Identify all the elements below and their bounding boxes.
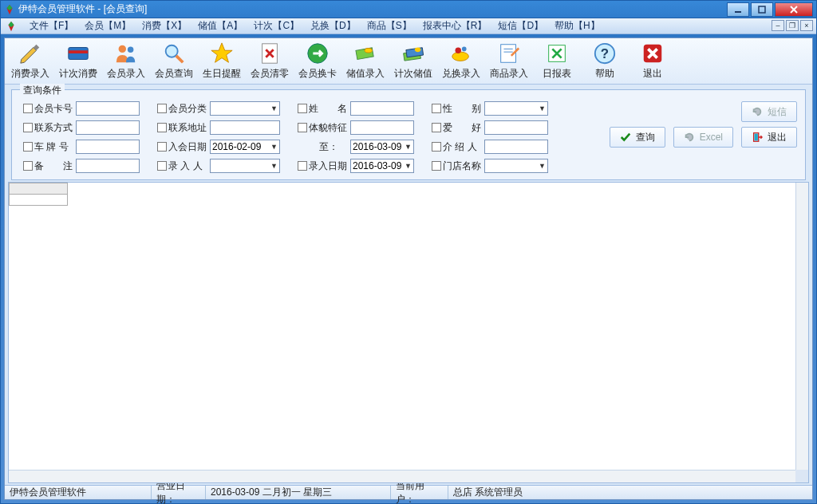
close-button[interactable] (775, 2, 813, 17)
filter-name-input[interactable] (350, 101, 414, 116)
query-button[interactable]: 查询 (610, 127, 665, 148)
filter-joindate-label[interactable]: 入会日期 (157, 140, 207, 154)
excel-button[interactable]: Excel (673, 127, 733, 148)
check-icon (620, 132, 631, 143)
tool-count-consume[interactable]: 计次消费 (56, 40, 101, 83)
svg-point-13 (365, 48, 372, 53)
menu-report[interactable]: 报表中心【R】 (423, 19, 487, 33)
checkbox-icon[interactable] (157, 123, 167, 132)
filter-address-input[interactable] (210, 120, 280, 135)
filter-name-label[interactable]: 姓 名 (298, 102, 347, 116)
tool-exchange-entry[interactable]: 兑换录入 (439, 40, 483, 83)
checkbox-icon[interactable] (23, 123, 33, 132)
filter-cardno-label[interactable]: 会员卡号 (23, 102, 73, 116)
filter-operator-label[interactable]: 录 入 人 (157, 159, 207, 173)
search-icon (162, 41, 186, 65)
grid-header-cell[interactable] (10, 183, 68, 195)
tool-exit[interactable]: 退出 (630, 40, 675, 83)
filter-gender-label[interactable]: 性 别 (432, 102, 481, 116)
menu-file[interactable]: 文件【F】 (30, 19, 73, 33)
filter-contact-label[interactable]: 联系方式 (23, 121, 73, 135)
filter-referrer-input[interactable] (484, 140, 548, 154)
statusbar: 伊特会员管理软件 营业日期： 2016-03-09 二月初一 星期三 当前用户：… (5, 485, 812, 499)
checkbox-icon[interactable] (432, 142, 441, 152)
filter-contact-input[interactable] (76, 120, 140, 135)
checkbox-icon[interactable] (23, 161, 33, 171)
refresh-icon (752, 106, 763, 117)
menu-member[interactable]: 会员【M】 (85, 19, 131, 33)
menu-help[interactable]: 帮助【H】 (555, 19, 600, 33)
filter-hobby-input[interactable] (484, 120, 548, 135)
mdi-close[interactable]: × (800, 20, 813, 31)
filter-address-label[interactable]: 联系地址 (157, 121, 207, 135)
checkbox-icon[interactable] (157, 104, 167, 113)
maximize-button[interactable] (751, 2, 773, 17)
menu-count[interactable]: 计次【C】 (254, 19, 299, 33)
tool-goods-entry[interactable]: 商品录入 (487, 40, 531, 83)
svg-rect-1 (759, 6, 765, 13)
edit-icon (497, 41, 521, 65)
exit-button[interactable]: 退出 (741, 127, 797, 148)
tool-consume-entry[interactable]: 消费录入 (8, 40, 53, 83)
grid-cell[interactable] (10, 195, 68, 206)
checkbox-icon[interactable] (23, 142, 33, 152)
refresh-icon (684, 132, 695, 143)
filter-joindate-to[interactable]: 2016-03-09▼ (350, 140, 414, 154)
checkbox-icon[interactable] (432, 104, 441, 113)
checkbox-icon[interactable] (298, 123, 307, 132)
filter-appearance-label[interactable]: 体貌特征 (298, 121, 347, 135)
filter-store-label[interactable]: 门店名称 (432, 159, 481, 173)
filter-category-select[interactable]: ▼ (210, 101, 280, 116)
status-user-label: 当前用户： (391, 486, 448, 499)
menu-goods[interactable]: 商品【S】 (367, 19, 412, 33)
mdi-restore[interactable]: ❐ (786, 20, 799, 31)
mdi-minimize[interactable]: – (772, 20, 784, 31)
tool-member-clear[interactable]: 会员清零 (247, 40, 292, 83)
checkbox-icon[interactable] (298, 104, 307, 113)
filter-entrydate-label[interactable]: 录入日期 (298, 159, 347, 173)
filter-plate-input[interactable] (76, 140, 140, 154)
pen-icon (18, 41, 42, 65)
minimize-button[interactable] (727, 2, 749, 17)
filter-appearance-input[interactable] (350, 120, 414, 135)
tool-member-swap[interactable]: 会员换卡 (295, 40, 340, 83)
tool-help[interactable]: ? 帮助 (582, 40, 627, 83)
scrollbar-vertical[interactable] (795, 183, 808, 470)
filter-joindate-from[interactable]: 2016-02-09▼ (210, 140, 280, 154)
tool-count-recharge[interactable]: 计次储值 (391, 40, 436, 83)
star-icon (210, 41, 234, 65)
svg-point-6 (119, 45, 126, 53)
filter-cardno-input[interactable] (76, 101, 140, 116)
tool-member-query[interactable]: 会员查询 (152, 40, 196, 83)
tool-recharge-entry[interactable]: 储值录入 (343, 40, 388, 83)
tool-member-entry[interactable]: 会员录入 (104, 40, 148, 83)
checkbox-icon[interactable] (298, 161, 307, 171)
filter-referrer-label[interactable]: 介 绍 人 (432, 140, 481, 154)
menu-consume[interactable]: 消费【X】 (142, 19, 187, 33)
filter-remark-input[interactable] (76, 159, 140, 173)
scrollbar-horizontal[interactable] (9, 470, 795, 482)
card-icon (66, 41, 90, 65)
menu-sms[interactable]: 短信【D】 (498, 19, 543, 33)
status-bizdate: 2016-03-09 二月初一 星期三 (206, 486, 391, 499)
checkbox-icon[interactable] (23, 104, 33, 113)
svg-point-18 (456, 48, 462, 54)
filter-entrydate-select[interactable]: 2016-03-09▼ (350, 159, 414, 173)
filter-store-select[interactable]: ▼ (484, 159, 548, 173)
checkbox-icon[interactable] (432, 123, 441, 132)
menu-exchange[interactable]: 兑换【D】 (310, 19, 356, 33)
menu-recharge[interactable]: 储值【A】 (198, 19, 243, 33)
filter-category-label[interactable]: 会员分类 (157, 102, 207, 116)
sms-button[interactable]: 短信 (741, 101, 797, 122)
filter-hobby-label[interactable]: 爱 好 (432, 121, 481, 135)
checkbox-icon[interactable] (157, 142, 167, 152)
filter-plate-label[interactable]: 车 牌 号 (23, 140, 73, 154)
tool-daily-report[interactable]: 日报表 (535, 40, 579, 83)
filter-gender-select[interactable]: ▼ (484, 101, 548, 116)
tool-birthday[interactable]: 生日提醒 (199, 40, 244, 83)
titlebar: 伊特会员管理软件 - [会员查询] (1, 1, 816, 18)
checkbox-icon[interactable] (432, 161, 441, 171)
filter-operator-select[interactable]: ▼ (210, 159, 280, 173)
checkbox-icon[interactable] (157, 161, 167, 171)
filter-remark-label[interactable]: 备 注 (23, 159, 73, 173)
